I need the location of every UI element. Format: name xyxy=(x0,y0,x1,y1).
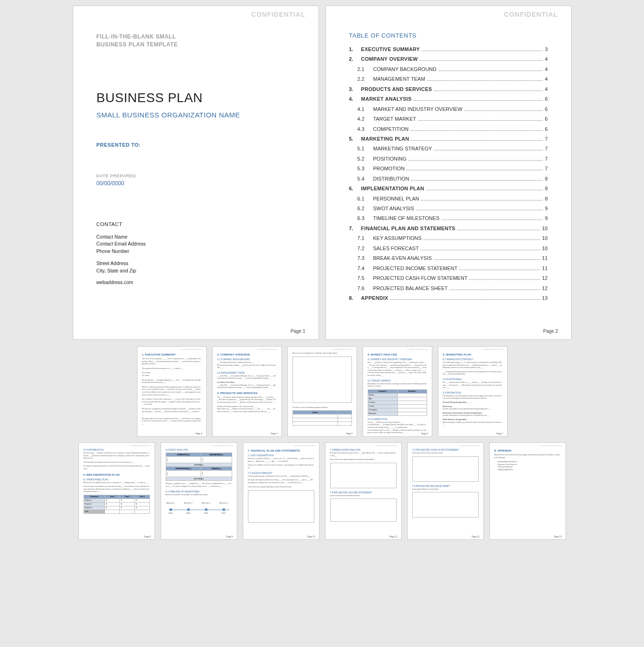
thumb-page-4: CONFIDENTIAL 2. COMPANY OVERVIEW 2.1 COM… xyxy=(212,346,282,437)
page-1-number: Page 1 xyxy=(291,329,306,334)
toc-title: TABLE OF CONTENTS xyxy=(349,32,548,39)
toc-entry: 4.2TARGET MARKET6 xyxy=(349,114,548,124)
personnel-table: PersonnelYear 1Year 2Year 3 Position 1$$… xyxy=(84,495,150,514)
image-placeholder-box xyxy=(293,356,352,403)
toc-entry: 8.APPENDIX13 xyxy=(349,293,548,303)
template-name: FILL-IN-THE-BLANK SMALL BUSINESS PLAN TE… xyxy=(97,33,295,49)
thumb-page-8: CONFIDENTIAL 5.4 DISTRIBUTION We plan to… xyxy=(78,442,155,540)
thumb-page-7: CONFIDENTIAL 5. MARKETING PLAN 5.1 MARKE… xyxy=(438,346,507,437)
toc-list: 1.EXECUTIVE SUMMARY32.COMPANY OVERVIEW42… xyxy=(349,45,548,303)
thumb-page-3: CONFIDENTIAL 1. EXECUTIVE SUMMARY The na… xyxy=(137,346,207,437)
toc-entry: 1.EXECUTIVE SUMMARY3 xyxy=(349,45,548,54)
breakeven-chart-box xyxy=(330,463,397,488)
thumb-page-12: CONFIDENTIAL 7.5 PROJECTED CASH FLOW STA… xyxy=(407,442,484,540)
toc-entry: 7.FINANCIAL PLAN AND STATEMENTS10 xyxy=(349,224,548,233)
toc-entry: 6.IMPLEMENTATION PLAN8 xyxy=(349,184,548,194)
target-market-table: Example 1Example 2 Gender Age Location I… xyxy=(368,389,427,416)
toc-entry: 5.4DISTRIBUTION8 xyxy=(349,174,548,184)
page-2-number: Page 2 xyxy=(543,329,558,334)
confidential-label: CONFIDENTIAL xyxy=(251,11,305,18)
thumb-page-6: CONFIDENTIAL 4. MARKET ANALYSIS 4.1 MARK… xyxy=(363,346,432,437)
date-prepared-value: 00/00/0000 xyxy=(97,180,295,187)
organization-name: SMALL BUSINESS ORGANIZATION NAME xyxy=(97,111,295,119)
contact-heading: CONTACT xyxy=(97,221,295,227)
thumb-row-2: CONFIDENTIAL 5.4 DISTRIBUTION We plan to… xyxy=(6,442,638,540)
contact-email: Contact Email Address xyxy=(97,240,295,248)
thumb-page-5: CONFIDENTIAL Here are some examples of o… xyxy=(287,346,357,437)
thumb-page-9: CONFIDENTIAL 6.2 SWOT ANALYSIS STRENGTHS… xyxy=(161,442,237,540)
contact-phone: Phone Number xyxy=(97,248,295,255)
business-plan-title: BUSINESS PLAN xyxy=(97,91,295,105)
toc-entry: 7.4PROJECTED INCOME STATEMENT11 xyxy=(349,264,548,273)
toc-entry: 5.2POSITIONING7 xyxy=(349,154,548,164)
page-1-cover: CONFIDENTIAL FILL-IN-THE-BLANK SMALL BUS… xyxy=(73,6,319,340)
swot-table: STRENGTHS (+)WEAKNESSES (-) 1.2.1.2. (IN… xyxy=(166,453,232,481)
thumb-page-13: CONFIDENTIAL 8. APPENDIX Attached here a… xyxy=(489,442,566,540)
milestone-timeline: Milestone 1 00/00 Milestone 2 00/00 Mile… xyxy=(166,501,232,518)
toc-entry: 7.5PROJECTED CASH FLOW STATEMENT12 xyxy=(349,273,548,283)
toc-entry: 2.COMPANY OVERVIEW4 xyxy=(349,54,548,64)
toc-entry: 7.2SALES FORECAST10 xyxy=(349,244,548,253)
toc-entry: 6.3TIMELINE OF MILESTONES9 xyxy=(349,214,548,223)
toc-entry: 4.3COMPETITION6 xyxy=(349,124,548,134)
contact-city: City, State and Zip xyxy=(97,267,295,275)
thumb-page-10: CONFIDENTIAL 7. FINANCIAL PLAN AND STATE… xyxy=(243,442,319,540)
contact-web: webaddress.com xyxy=(97,279,295,286)
toc-entry: 2.1COMPANY BACKGROUND4 xyxy=(349,65,548,74)
contact-name: Contact Name xyxy=(97,233,295,241)
toc-entry: 6.2SWOT ANALYSIS9 xyxy=(349,204,548,214)
date-prepared-label: DATE PREPARED xyxy=(97,173,295,178)
income-statement-box xyxy=(330,498,397,522)
toc-entry: 7.3BREAK-EVEN ANALYSIS11 xyxy=(349,253,548,263)
presented-to-label: PRESENTED TO: xyxy=(97,142,295,148)
toc-entry: 6.1PERSONNEL PLAN8 xyxy=(349,194,548,204)
toc-entry: 4.MARKET ANALYSIS6 xyxy=(349,94,548,104)
toc-entry: 2.2MANAGEMENT TEAM4 xyxy=(349,74,548,84)
contact-block: Contact Name Contact Email Address Phone… xyxy=(97,233,295,287)
cashflow-box xyxy=(412,456,479,482)
toc-entry: 5.1MARKETING STRATEGY7 xyxy=(349,144,548,154)
page-2-toc: CONFIDENTIAL TABLE OF CONTENTS 1.EXECUTI… xyxy=(325,6,572,340)
confidential-label: CONFIDENTIAL xyxy=(504,11,558,18)
toc-entry: 5.3PROMOTION7 xyxy=(349,164,548,174)
top-row: CONFIDENTIAL FILL-IN-THE-BLANK SMALL BUS… xyxy=(6,6,638,340)
thumb-row-1: CONFIDENTIAL 1. EXECUTIVE SUMMARY The na… xyxy=(6,346,638,437)
supplier-table: Vendor xyxy=(293,410,352,426)
balance-sheet-box xyxy=(412,492,479,518)
toc-entry: 5.MARKETING PLAN7 xyxy=(349,134,548,144)
toc-entry: 3.PRODUCTS AND SERVICES4 xyxy=(349,84,548,94)
sales-forecast-chart-box xyxy=(248,490,314,523)
contact-street: Street Address xyxy=(97,260,295,267)
thumb-page-11: CONFIDENTIAL 7.3 BREAK-EVEN ANALYSIS We … xyxy=(325,442,402,540)
toc-entry: 7.6PROJECTED BALANCE SHEET12 xyxy=(349,284,548,293)
toc-entry: 4.1MARKET AND INDUSTRY OVERVIEW6 xyxy=(349,104,548,114)
toc-entry: 7.1KEY ASSUMPTIONS10 xyxy=(349,233,548,243)
